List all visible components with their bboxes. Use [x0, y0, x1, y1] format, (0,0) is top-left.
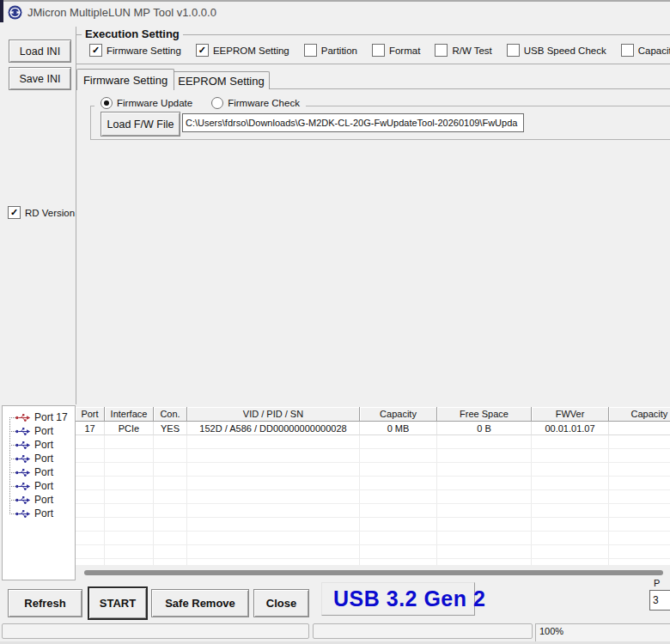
tree-item-port[interactable]: Port [3, 479, 75, 493]
tree-item-label: Port [34, 507, 53, 519]
column-header-free-space[interactable]: Free Space [437, 407, 532, 422]
table-empty-cell [105, 559, 154, 565]
exec-checkbox-usb-speed-check[interactable]: USB Speed Check [507, 44, 606, 57]
table-empty-cell [360, 532, 437, 545]
table-cell [609, 422, 670, 435]
table-empty-cell [360, 518, 437, 532]
table-empty-cell [360, 545, 437, 559]
tree-item-label: Port [34, 453, 53, 465]
table-empty-cell [360, 463, 437, 477]
column-header-vid-pid-sn[interactable]: VID / PID / SN [187, 407, 360, 422]
tree-item-label: Port [34, 494, 53, 506]
table-empty-cell [360, 559, 437, 565]
firmware-update-label: Firmware Update [117, 98, 192, 108]
table-empty-cell [532, 518, 609, 532]
port-count-label: P [654, 578, 660, 588]
column-header-port[interactable]: Port [76, 407, 105, 422]
table-header-row: PortInterfaceCon.VID / PID / SNCapacityF… [76, 407, 670, 422]
fw-file-path-input[interactable] [182, 113, 524, 132]
tree-item-label: Port [34, 439, 53, 451]
table-empty-cell [105, 518, 154, 532]
table-empty-cell [76, 435, 105, 449]
progress-bar [2, 623, 309, 639]
table-empty-row [76, 518, 670, 532]
column-header-interface[interactable]: Interface [105, 407, 154, 422]
exec-checkbox-format[interactable]: Format [372, 44, 420, 57]
tab-firmware-setting[interactable]: Firmware Setting [76, 69, 174, 90]
checkbox-label: Format [389, 46, 420, 56]
tree-item-label: Port [34, 425, 53, 437]
table-empty-cell [609, 463, 670, 477]
load-ini-button[interactable]: Load INI [9, 39, 71, 63]
table-empty-row [76, 490, 670, 504]
firmware-check-radio[interactable]: Firmware Check [211, 97, 300, 109]
load-fw-file-button[interactable]: Load F/W File [100, 112, 180, 137]
table-empty-cell [532, 504, 609, 518]
exec-checkbox-eeprom-setting[interactable]: ✓EEPROM Setting [196, 44, 289, 57]
usb-icon [15, 495, 31, 505]
table-empty-cell [532, 463, 609, 477]
percent-panel: 100% [535, 623, 670, 643]
table-empty-cell [532, 559, 609, 565]
port-count-input[interactable] [649, 590, 670, 611]
exec-checkbox-partition[interactable]: Partition [304, 44, 357, 57]
execution-setting-checkboxes: ✓Firmware Setting✓EEPROM SettingPartitio… [89, 44, 670, 57]
column-header-capacity[interactable]: Capacity [360, 407, 437, 422]
close-button[interactable]: Close [253, 589, 309, 617]
usb-icon [15, 482, 31, 491]
table-empty-cell [437, 518, 532, 532]
table-empty-cell [154, 435, 187, 449]
tree-item-port[interactable]: Port [3, 465, 75, 479]
execution-setting-title: Execution Setting [82, 27, 183, 40]
tree-item-port[interactable]: Port [3, 507, 75, 520]
tree-item-port[interactable]: Port [3, 493, 75, 507]
table-empty-cell [76, 518, 105, 532]
table-cell: 17 [76, 422, 105, 435]
table-empty-cell [76, 477, 105, 490]
start-button[interactable]: START [88, 586, 148, 620]
rd-version-checkbox[interactable]: ✓ RD Version [8, 206, 75, 219]
tree-branch-line [9, 500, 15, 501]
firmware-update-radio[interactable]: Firmware Update [100, 97, 192, 109]
tab-eeprom-setting[interactable]: EEPROM Setting [173, 71, 270, 89]
table-empty-cell [437, 449, 532, 463]
table-empty-cell [76, 490, 105, 504]
table-cell: 152D / A586 / DD00000000000028 [187, 422, 360, 435]
table-empty-cell [76, 559, 105, 565]
tree-item-port[interactable]: Port [3, 424, 75, 438]
column-header-con-[interactable]: Con. [154, 407, 187, 422]
refresh-button[interactable]: Refresh [8, 589, 82, 617]
tree-item-port[interactable]: Port [3, 438, 75, 452]
save-ini-button[interactable]: Save INI [9, 67, 71, 90]
table-empty-cell [437, 559, 532, 565]
table-empty-cell [187, 518, 360, 532]
column-header-capacity-check[interactable]: Capacity Check [609, 407, 670, 422]
exec-checkbox-r-w-test[interactable]: R/W Test [435, 44, 491, 57]
checkbox-label: Firmware Setting [107, 46, 181, 56]
tree-item-port[interactable]: Port [3, 452, 75, 465]
table-empty-cell [360, 504, 437, 518]
checkbox-icon [507, 44, 520, 57]
table-empty-cell [360, 490, 437, 504]
tree-item-label: Port [34, 466, 53, 478]
firmware-radio-group: Firmware Update Firmware Check [94, 96, 306, 109]
checkbox-label: R/W Test [452, 46, 491, 56]
table-empty-cell [105, 435, 154, 449]
safe-remove-button[interactable]: Safe Remove [151, 589, 249, 617]
scrollbar-thumb[interactable] [84, 570, 663, 575]
exec-checkbox-capacity-check[interactable]: Capacity Check [621, 44, 670, 57]
exec-checkbox-firmware-setting[interactable]: ✓Firmware Setting [89, 44, 181, 57]
tree-branch-line [9, 431, 15, 432]
app-icon [8, 5, 22, 20]
horizontal-scrollbar[interactable] [76, 565, 670, 580]
table-empty-cell [76, 545, 105, 559]
table-empty-row [76, 532, 670, 545]
table-empty-cell [609, 518, 670, 532]
table-row[interactable]: 17PCIeYES152D / A586 / DD000000000000280… [76, 422, 670, 435]
table-empty-cell [187, 490, 360, 504]
tree-item-port-17[interactable]: Port 17 [3, 410, 75, 424]
table-empty-cell [609, 559, 670, 565]
checkbox-icon [372, 44, 385, 57]
table-empty-cell [105, 532, 154, 545]
column-header-fwver[interactable]: FWVer [532, 407, 609, 422]
